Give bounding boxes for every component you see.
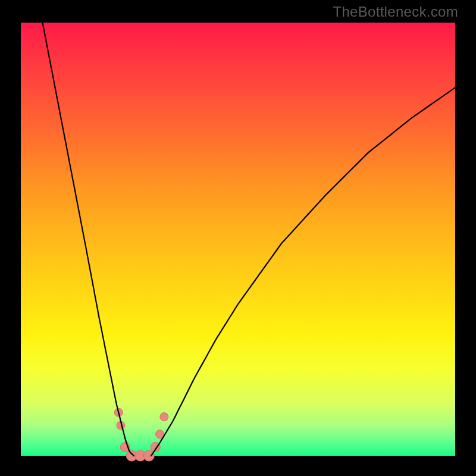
plot-area bbox=[21, 23, 455, 456]
data-point-marker bbox=[143, 450, 154, 461]
markers-group bbox=[114, 408, 168, 461]
data-point-marker bbox=[160, 413, 168, 421]
watermark-text: TheBottleneck.com bbox=[333, 4, 458, 20]
chart-svg bbox=[21, 23, 455, 456]
right-curve bbox=[151, 87, 455, 456]
chart-frame: TheBottleneck.com bbox=[0, 0, 476, 476]
left-curve bbox=[43, 23, 134, 456]
